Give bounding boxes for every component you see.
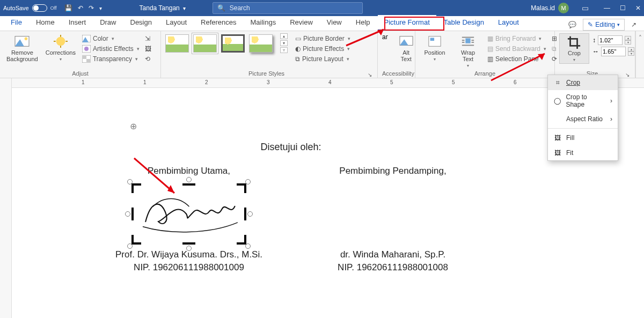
- crop-frame[interactable]: [133, 184, 245, 243]
- color-button[interactable]: Color: [81, 34, 141, 43]
- picture-style-gallery[interactable]: ▴ ▾ ▿: [165, 33, 288, 53]
- tab-insert[interactable]: Insert: [62, 15, 93, 31]
- share-button[interactable]: ↗: [627, 19, 641, 31]
- artistic-effects-button[interactable]: Artistic Effects: [81, 45, 141, 53]
- transparency-icon: [82, 55, 91, 63]
- tab-home[interactable]: Home: [30, 15, 61, 31]
- transparency-button[interactable]: Transparency: [81, 55, 141, 63]
- crop-button[interactable]: Crop ▾: [559, 33, 589, 64]
- picture-border-button[interactable]: ▭ Picture Border: [294, 34, 352, 43]
- tab-layout-contextual[interactable]: Layout: [492, 15, 525, 31]
- redo-icon[interactable]: ↷: [89, 4, 94, 12]
- tab-draw[interactable]: Draw: [93, 15, 122, 31]
- style-gallery-scroll[interactable]: ▴ ▾ ▿: [280, 33, 288, 53]
- search-placeholder: Search: [230, 4, 250, 12]
- picture-effects-button[interactable]: ◐ Picture Effects: [294, 45, 352, 53]
- height-field[interactable]: [598, 35, 623, 45]
- picture-styles-launcher-icon[interactable]: ↘: [368, 72, 373, 78]
- nip-left: NIP. 196206111988001009: [103, 262, 275, 273]
- group-accessibility-label: Accessibility: [382, 69, 411, 78]
- chevron-down-icon: ▾: [434, 57, 436, 62]
- gallery-more-icon[interactable]: ▿: [280, 47, 288, 53]
- crop-menu-aspect-ratio[interactable]: Aspect Ratio ›: [548, 112, 618, 127]
- scroll-down-icon[interactable]: ▾: [280, 40, 288, 46]
- style-thumb-4[interactable]: [249, 34, 273, 53]
- change-picture-button[interactable]: 🖼: [144, 45, 152, 53]
- doc-title: Disetujui oleh:: [103, 142, 479, 153]
- collapse-ribbon-button[interactable]: ˄: [635, 31, 644, 78]
- ribbon-display-options-icon[interactable]: ▭: [582, 4, 589, 12]
- autosave-toggle[interactable]: AutoSave Off: [3, 4, 57, 12]
- autosave-switch-icon[interactable]: [32, 4, 47, 12]
- style-thumb-1[interactable]: [165, 34, 189, 53]
- group-adjust-label: Adjust: [4, 69, 156, 78]
- crop-menu-crop-to-shape[interactable]: ◯Crop to Shape ›: [548, 90, 618, 112]
- ruler-tick: 2: [205, 79, 208, 85]
- width-icon: ↔: [592, 48, 599, 55]
- tab-layout[interactable]: Layout: [159, 15, 193, 31]
- editing-mode-button[interactable]: ✎ Editing ▾: [583, 19, 625, 31]
- search-input[interactable]: 🔍 Search: [213, 2, 363, 14]
- crop-menu-fit[interactable]: 🖼Fit: [548, 145, 618, 160]
- share-icon: ↗: [631, 21, 636, 28]
- bring-forward-button[interactable]: ▦ Bring Forward: [486, 34, 547, 43]
- size-launcher-icon[interactable]: ↘: [625, 72, 631, 78]
- transparency-label: Transparency: [93, 55, 132, 63]
- crop-menu-crop[interactable]: ⌗Crop: [548, 75, 618, 90]
- minimize-icon[interactable]: —: [604, 4, 610, 12]
- corrections-icon: [53, 34, 69, 48]
- wrap-text-button[interactable]: Wrap Text ▾: [453, 33, 483, 69]
- crop-menu-fill[interactable]: 🖼Fill: [548, 130, 618, 145]
- selection-pane-button[interactable]: ▥ Selection Pane: [486, 55, 547, 63]
- position-label: Position: [424, 49, 445, 56]
- send-backward-button[interactable]: ▤ Send Backward: [486, 45, 547, 53]
- compress-pictures-button[interactable]: ⇲: [144, 34, 152, 43]
- scroll-up-icon[interactable]: ▴: [280, 33, 288, 39]
- border-icon: ▭: [295, 35, 301, 42]
- tab-design[interactable]: Design: [124, 15, 158, 31]
- tab-references[interactable]: References: [194, 15, 243, 31]
- comments-button[interactable]: 💬: [564, 19, 581, 31]
- spin-down-icon[interactable]: ▾: [628, 51, 634, 56]
- group-picture-styles-label: Picture Styles: [165, 69, 368, 78]
- height-input[interactable]: ↕ ▴▾: [592, 35, 634, 45]
- avatar: M: [558, 3, 569, 13]
- width-input[interactable]: ↔ ▴▾: [592, 47, 634, 56]
- style-thumb-2[interactable]: [193, 34, 217, 53]
- save-icon[interactable]: 💾: [64, 4, 72, 12]
- tab-table-design[interactable]: Table Design: [437, 15, 491, 31]
- wrap-text-icon: [460, 34, 476, 48]
- chevron-down-icon: ▾: [467, 63, 469, 68]
- tab-help[interactable]: Help: [349, 15, 377, 31]
- document-title-text: Tanda Tangan: [140, 4, 180, 12]
- tab-picture-format[interactable]: Picture Format: [378, 15, 436, 31]
- group-accessibility: ar Alt Text Accessibility: [378, 31, 415, 78]
- qat-dropdown-icon[interactable]: ▾: [99, 5, 102, 11]
- artistic-effects-icon: [82, 45, 91, 53]
- remove-background-button[interactable]: Remove Background: [4, 33, 40, 63]
- tab-file[interactable]: File: [4, 15, 28, 31]
- group-adjust: Remove Background Corrections ▾ Color: [0, 31, 161, 78]
- maximize-icon[interactable]: ☐: [620, 4, 626, 12]
- spin-up-icon[interactable]: ▴: [628, 47, 634, 51]
- tab-view[interactable]: View: [320, 15, 348, 31]
- vertical-ruler[interactable]: [0, 88, 12, 318]
- close-icon[interactable]: ✕: [635, 4, 641, 12]
- signature-image-selected[interactable]: [133, 184, 245, 243]
- role-right: Pembimbing Pendamping,: [307, 166, 479, 176]
- remove-background-label: Remove Background: [6, 49, 38, 62]
- position-icon: [427, 34, 443, 48]
- style-thumb-3[interactable]: [221, 34, 245, 53]
- corrections-button[interactable]: Corrections ▾: [43, 33, 78, 63]
- undo-icon[interactable]: ↶: [78, 4, 83, 12]
- tab-review[interactable]: Review: [283, 15, 319, 31]
- tab-mailings[interactable]: Mailings: [244, 15, 283, 31]
- spin-up-icon[interactable]: ▴: [625, 36, 631, 40]
- position-button[interactable]: Position ▾: [420, 33, 450, 63]
- reset-picture-button[interactable]: ⟲: [144, 55, 152, 63]
- document-title[interactable]: Tanda Tangan ▾: [140, 4, 186, 12]
- picture-layout-button[interactable]: ⧉ Picture Layout: [294, 55, 352, 63]
- width-field[interactable]: [601, 47, 626, 56]
- spin-down-icon[interactable]: ▾: [625, 40, 631, 45]
- account-button[interactable]: Malas.id M: [531, 3, 569, 13]
